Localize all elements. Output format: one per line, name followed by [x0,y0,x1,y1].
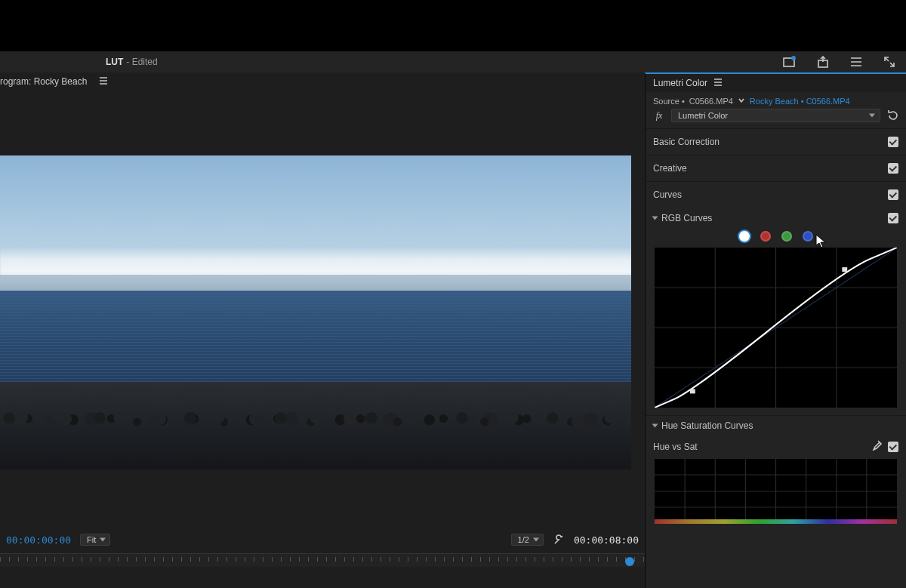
svg-rect-10 [690,389,695,393]
section-label-curves: Curves [653,189,682,200]
playhead-marker[interactable] [625,557,634,566]
timecode-out[interactable]: 00:00:08:00 [574,534,639,546]
program-monitor-ruler[interactable] [0,553,645,567]
subsection-rgb-curves[interactable]: RGB Curves [646,208,906,228]
sequence-clip-link[interactable]: Rocky Beach • C0566.MP4 [750,97,850,106]
source-clip-name: C0566.MP4 [689,97,733,106]
workspace-title-suffix: - Edited [126,57,157,67]
section-basic-correction[interactable]: Basic Correction [646,128,906,155]
reset-effect-icon[interactable] [886,109,898,122]
panel-menu-icon[interactable] [99,76,108,87]
fullscreen-icon[interactable] [879,51,900,72]
rgb-curves-toggle[interactable] [888,213,898,223]
svg-rect-11 [842,267,847,272]
workspace-title: LUT [106,57,123,67]
disclosure-triangle-icon[interactable] [652,216,658,220]
rgb-curves-label: RGB Curves [661,213,712,223]
effect-name-dropdown[interactable]: Lumetri Color [671,109,880,122]
lumetri-color-panel: Lumetri Color Source • C0566.MP4 Rocky B… [645,72,906,588]
fx-effect-row: fx Lumetri Color [646,107,906,128]
export-share-icon[interactable] [812,51,834,72]
lumetri-panel-tabbar: Lumetri Color [646,74,906,92]
channel-white-button[interactable] [739,231,750,242]
hue-vs-sat-label: Hue vs Sat [653,442,698,452]
section-label-basic: Basic Correction [653,137,720,147]
channel-red-button[interactable] [760,231,771,242]
section-curves[interactable]: Curves [646,181,906,208]
program-monitor-header: rogram: Rocky Beach [0,72,645,91]
disclosure-triangle-icon[interactable] [652,424,658,428]
source-chevron-icon[interactable] [738,97,745,106]
eyedropper-icon[interactable] [871,440,882,453]
new-workspace-icon[interactable] [779,51,800,72]
section-toggle-basic[interactable] [888,137,898,147]
program-monitor-controls: 00:00:00:00 Fit 1/2 00:00:08:00 [0,529,645,550]
hamburger-menu-icon[interactable] [846,51,867,72]
program-monitor-viewport[interactable] [0,155,631,469]
hue-sat-curves-label: Hue Saturation Curves [661,420,753,431]
timecode-in[interactable]: 00:00:00:00 [6,534,71,546]
channel-blue-button[interactable] [803,231,813,242]
resolution-dropdown[interactable]: 1/2 [511,534,544,546]
rgb-channel-selector [646,228,906,248]
fx-badge-icon[interactable]: fx [653,110,665,122]
source-prefix: Source • [653,97,685,106]
program-monitor-panel: rogram: Rocky Beach 00:00:00:00 Fit 1/2 [0,72,645,588]
hue-vs-sat-row: Hue vs Sat [646,436,906,456]
window-black-topbar [0,0,906,51]
lumetri-source-row: Source • C0566.MP4 Rocky Beach • C0566.M… [646,92,906,107]
hue-vs-sat-toggle[interactable] [888,442,898,452]
hue-vs-sat-graph[interactable] [655,459,897,524]
preview-rocks [0,382,631,469]
titlebar: LUT - Edited [0,51,906,72]
section-toggle-curves[interactable] [888,189,898,200]
program-sequence-name: rogram: Rocky Beach [0,76,87,87]
section-toggle-creative[interactable] [888,163,898,174]
rgb-curve-graph[interactable] [655,248,897,408]
zoom-fit-dropdown[interactable]: Fit [80,534,110,546]
settings-wrench-icon[interactable] [553,534,565,546]
section-label-creative: Creative [653,163,687,174]
section-creative[interactable]: Creative [646,155,906,181]
panel-menu-icon[interactable] [713,78,723,88]
subsection-hue-sat-curves[interactable]: Hue Saturation Curves [646,415,906,436]
svg-point-1 [791,56,796,60]
hue-gradient-strip [655,519,897,524]
channel-green-button[interactable] [781,231,792,242]
lumetri-tab-label[interactable]: Lumetri Color [653,78,707,88]
